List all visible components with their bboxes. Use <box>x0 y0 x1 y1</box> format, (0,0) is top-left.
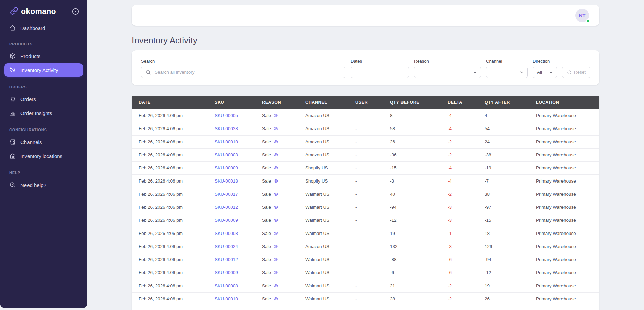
user-cell: - <box>355 214 390 227</box>
sidebar-item-channels[interactable]: Channels <box>4 135 83 149</box>
sidebar-item-label: Inventory locations <box>20 153 62 159</box>
sku-link[interactable]: SKU-00009 <box>215 218 238 223</box>
qty-before-cell: 28 <box>390 292 448 305</box>
sku-link[interactable]: SKU-00010 <box>215 139 238 144</box>
location-cell: Primary Warehouse <box>536 122 599 135</box>
qty-before-cell: -3 <box>390 174 448 188</box>
qty-before-cell: 58 <box>390 122 448 135</box>
eye-icon[interactable] <box>273 152 278 157</box>
sku-link[interactable]: SKU-00009 <box>215 270 238 275</box>
sidebar-item-inventory-activity[interactable]: Inventory Activity <box>4 63 83 77</box>
eye-icon[interactable] <box>273 205 278 210</box>
sku-link[interactable]: SKU-00005 <box>215 113 238 118</box>
sku-cell: SKU-00008 <box>215 279 262 292</box>
column-header-user: USER <box>355 96 390 109</box>
table-row: Feb 26, 2026 4:06 pm SKU-00018 Sale <box>132 174 599 188</box>
delta-cell: -3 <box>448 214 485 227</box>
sku-cell: SKU-00010 <box>215 135 262 148</box>
sku-link[interactable]: SKU-00028 <box>215 126 238 131</box>
user-cell: - <box>355 266 390 279</box>
eye-icon[interactable] <box>273 139 278 144</box>
channel-cell: Amazon US <box>305 109 355 122</box>
channel-cell: Walmart US <box>305 279 355 292</box>
sidebar-collapse-button[interactable] <box>71 7 80 16</box>
sku-cell: SKU-00017 <box>215 188 262 201</box>
date-cell: Feb 26, 2026 4:06 pm <box>132 174 215 188</box>
sku-cell: SKU-00012 <box>215 201 262 214</box>
sku-link[interactable]: SKU-00018 <box>215 178 238 184</box>
location-cell: Primary Warehouse <box>536 240 599 253</box>
table-row: Feb 26, 2026 4:06 pm SKU-00010 Sale <box>132 135 599 148</box>
qty-after-cell: -7 <box>485 174 536 188</box>
sidebar-item-inventory-locations[interactable]: Inventory locations <box>4 149 83 163</box>
sidebar-item-orders[interactable]: Orders <box>4 92 83 106</box>
eye-icon[interactable] <box>273 257 278 262</box>
location-cell: Primary Warehouse <box>536 253 599 266</box>
sidebar-item-need-help[interactable]: ? Need help? <box>4 178 83 192</box>
sku-link[interactable]: SKU-00017 <box>215 192 238 197</box>
channel-cell: Walmart US <box>305 214 355 227</box>
sku-link[interactable]: SKU-00012 <box>215 205 238 210</box>
sku-link[interactable]: SKU-00008 <box>215 283 238 288</box>
qty-before-cell: -94 <box>390 201 448 214</box>
qty-after-cell: -15 <box>485 214 536 227</box>
sidebar-item-dashboard[interactable]: Dashboard <box>4 21 83 35</box>
reason-cell: Sale <box>262 122 305 135</box>
user-avatar[interactable]: NT <box>575 9 589 22</box>
date-cell: Feb 26, 2026 4:06 pm <box>132 148 215 161</box>
sku-link[interactable]: SKU-00008 <box>215 231 238 236</box>
direction-select[interactable]: All <box>533 67 557 78</box>
reason-cell: Sale <box>262 109 305 122</box>
qty-before-cell: 8 <box>390 109 448 122</box>
sidebar-item-order-insights[interactable]: Order Insights <box>4 106 83 120</box>
eye-icon[interactable] <box>273 283 278 288</box>
date-cell: Feb 26, 2026 4:06 pm <box>132 266 215 279</box>
warehouse-icon <box>9 153 16 159</box>
date-cell: Feb 26, 2026 4:06 pm <box>132 109 215 122</box>
delta-cell: -3 <box>448 240 485 253</box>
reason-cell: Sale <box>262 292 305 305</box>
eye-icon[interactable] <box>273 178 278 184</box>
sku-link[interactable]: SKU-00003 <box>215 152 238 157</box>
eye-icon[interactable] <box>273 231 278 236</box>
reason-text: Sale <box>262 283 271 288</box>
table-row: Feb 26, 2026 4:06 pm SKU-00005 Sale <box>132 109 599 122</box>
delta-cell: -2 <box>448 188 485 201</box>
sidebar-item-label: Orders <box>20 96 36 102</box>
user-cell: - <box>355 201 390 214</box>
eye-icon[interactable] <box>273 165 278 170</box>
store-icon <box>9 139 16 145</box>
location-cell: Primary Warehouse <box>536 135 599 148</box>
dates-input[interactable] <box>351 67 409 78</box>
table-row: Feb 26, 2026 4:06 pm SKU-00003 Sale <box>132 148 599 161</box>
sidebar-item-products[interactable]: Products <box>4 49 83 63</box>
eye-icon[interactable] <box>273 270 278 275</box>
delta-cell: -6 <box>448 266 485 279</box>
eye-icon[interactable] <box>273 244 278 249</box>
inventory-table-card: DATE SKU REASON CHANNEL USER QTY BEFORE … <box>132 96 599 310</box>
sku-link[interactable]: SKU-00010 <box>215 296 238 301</box>
reset-button[interactable]: Reset <box>562 67 590 78</box>
user-cell: - <box>355 227 390 240</box>
qty-after-cell: -97 <box>485 201 536 214</box>
sku-link[interactable]: SKU-00024 <box>215 244 238 249</box>
eye-icon[interactable] <box>273 192 278 197</box>
sku-cell: SKU-00009 <box>215 214 262 227</box>
cart-icon <box>9 96 16 102</box>
channel-select[interactable] <box>486 67 528 78</box>
eye-icon[interactable] <box>273 218 278 223</box>
history-icon <box>9 67 16 73</box>
sku-link[interactable]: SKU-00009 <box>215 165 238 170</box>
column-header-sku: SKU <box>215 96 262 109</box>
sku-cell: SKU-00010 <box>215 292 262 305</box>
eye-icon[interactable] <box>273 126 278 131</box>
search-input[interactable] <box>141 67 345 78</box>
brand-logo[interactable]: okomano <box>10 7 56 16</box>
eye-icon[interactable] <box>273 296 278 301</box>
qty-after-cell: -19 <box>485 161 536 174</box>
sku-link[interactable]: SKU-00012 <box>215 257 238 262</box>
eye-icon[interactable] <box>273 113 278 118</box>
reason-cell: Sale <box>262 253 305 266</box>
channel-cell: Walmart US <box>305 253 355 266</box>
reason-select[interactable] <box>414 67 481 78</box>
